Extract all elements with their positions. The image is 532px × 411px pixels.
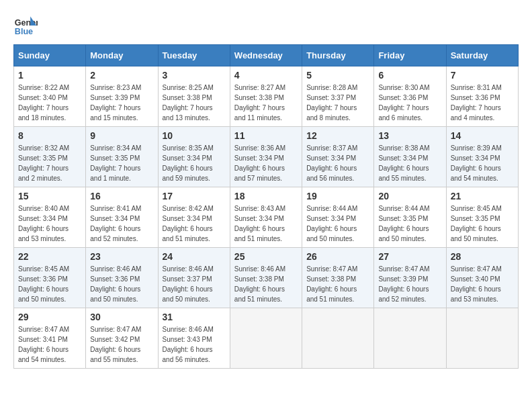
weekday-header: Tuesday <box>158 45 230 66</box>
calendar-cell: 1Sunrise: 8:22 AMSunset: 3:40 PMDaylight… <box>14 66 86 127</box>
day-info: Sunrise: 8:37 AMSunset: 3:34 PMDaylight:… <box>306 143 369 183</box>
day-info: Sunrise: 8:36 AMSunset: 3:34 PMDaylight:… <box>234 143 298 183</box>
day-number: 17 <box>163 191 226 201</box>
day-number: 15 <box>18 191 81 201</box>
day-number: 25 <box>234 251 298 262</box>
logo: General Blue <box>13 13 43 38</box>
calendar-cell: 29Sunrise: 8:47 AMSunset: 3:41 PMDayligh… <box>14 308 86 369</box>
calendar-cell <box>374 308 446 369</box>
day-info: Sunrise: 8:46 AMSunset: 3:37 PMDaylight:… <box>163 264 226 304</box>
calendar-cell: 5Sunrise: 8:28 AMSunset: 3:37 PMDaylight… <box>302 66 374 127</box>
calendar-cell: 30Sunrise: 8:47 AMSunset: 3:42 PMDayligh… <box>86 308 158 369</box>
calendar-cell: 26Sunrise: 8:47 AMSunset: 3:38 PMDayligh… <box>302 248 374 308</box>
day-info: Sunrise: 8:46 AMSunset: 3:43 PMDaylight:… <box>163 324 226 365</box>
calendar-header-row: SundayMondayTuesdayWednesdayThursdayFrid… <box>14 45 519 66</box>
day-info: Sunrise: 8:31 AMSunset: 3:36 PMDaylight:… <box>451 83 514 123</box>
day-info: Sunrise: 8:46 AMSunset: 3:36 PMDaylight:… <box>90 264 153 304</box>
weekday-header: Friday <box>374 45 446 66</box>
day-info: Sunrise: 8:40 AMSunset: 3:34 PMDaylight:… <box>18 203 81 244</box>
calendar-cell: 13Sunrise: 8:38 AMSunset: 3:34 PMDayligh… <box>374 127 446 187</box>
day-info: Sunrise: 8:22 AMSunset: 3:40 PMDaylight:… <box>18 83 81 123</box>
day-number: 19 <box>306 191 369 201</box>
day-info: Sunrise: 8:35 AMSunset: 3:34 PMDaylight:… <box>163 143 226 183</box>
day-number: 11 <box>234 130 298 141</box>
day-info: Sunrise: 8:32 AMSunset: 3:35 PMDaylight:… <box>18 143 81 183</box>
day-number: 1 <box>18 70 81 81</box>
calendar-cell <box>230 308 302 369</box>
calendar-cell: 10Sunrise: 8:35 AMSunset: 3:34 PMDayligh… <box>158 127 230 187</box>
day-number: 26 <box>306 251 369 262</box>
day-info: Sunrise: 8:45 AMSunset: 3:36 PMDaylight:… <box>18 264 81 304</box>
day-number: 7 <box>451 70 514 81</box>
day-info: Sunrise: 8:47 AMSunset: 3:41 PMDaylight:… <box>18 324 81 365</box>
day-info: Sunrise: 8:47 AMSunset: 3:42 PMDaylight:… <box>90 324 153 365</box>
day-number: 28 <box>451 251 514 262</box>
day-number: 12 <box>306 130 369 141</box>
day-info: Sunrise: 8:47 AMSunset: 3:39 PMDaylight:… <box>378 264 441 304</box>
day-number: 2 <box>90 70 153 81</box>
weekday-header: Thursday <box>302 45 374 66</box>
day-info: Sunrise: 8:38 AMSunset: 3:34 PMDaylight:… <box>378 143 441 183</box>
day-number: 16 <box>90 191 153 201</box>
calendar-cell: 27Sunrise: 8:47 AMSunset: 3:39 PMDayligh… <box>374 248 446 308</box>
day-info: Sunrise: 8:46 AMSunset: 3:38 PMDaylight:… <box>234 264 298 304</box>
day-number: 14 <box>451 130 514 141</box>
day-info: Sunrise: 8:28 AMSunset: 3:37 PMDaylight:… <box>306 83 369 123</box>
day-number: 30 <box>90 312 153 322</box>
day-number: 31 <box>163 312 226 322</box>
calendar-cell: 11Sunrise: 8:36 AMSunset: 3:34 PMDayligh… <box>230 127 302 187</box>
calendar-cell: 8Sunrise: 8:32 AMSunset: 3:35 PMDaylight… <box>14 127 86 187</box>
calendar-cell: 28Sunrise: 8:47 AMSunset: 3:40 PMDayligh… <box>446 248 518 308</box>
day-info: Sunrise: 8:34 AMSunset: 3:35 PMDaylight:… <box>90 143 153 183</box>
day-info: Sunrise: 8:39 AMSunset: 3:34 PMDaylight:… <box>451 143 514 183</box>
calendar-cell <box>446 308 518 369</box>
calendar-week-row: 1Sunrise: 8:22 AMSunset: 3:40 PMDaylight… <box>14 66 519 127</box>
calendar-cell: 12Sunrise: 8:37 AMSunset: 3:34 PMDayligh… <box>302 127 374 187</box>
calendar: SundayMondayTuesdayWednesdayThursdayFrid… <box>13 44 519 369</box>
header: General Blue <box>13 13 519 38</box>
calendar-cell: 9Sunrise: 8:34 AMSunset: 3:35 PMDaylight… <box>86 127 158 187</box>
calendar-week-row: 29Sunrise: 8:47 AMSunset: 3:41 PMDayligh… <box>14 308 519 369</box>
day-info: Sunrise: 8:30 AMSunset: 3:36 PMDaylight:… <box>378 83 441 123</box>
calendar-cell: 2Sunrise: 8:23 AMSunset: 3:39 PMDaylight… <box>86 66 158 127</box>
day-number: 29 <box>18 312 81 322</box>
day-number: 4 <box>234 70 298 81</box>
day-info: Sunrise: 8:27 AMSunset: 3:38 PMDaylight:… <box>234 83 298 123</box>
day-number: 23 <box>90 251 153 262</box>
calendar-week-row: 8Sunrise: 8:32 AMSunset: 3:35 PMDaylight… <box>14 127 519 187</box>
weekday-header: Monday <box>86 45 158 66</box>
day-number: 9 <box>90 130 153 141</box>
calendar-cell: 31Sunrise: 8:46 AMSunset: 3:43 PMDayligh… <box>158 308 230 369</box>
day-info: Sunrise: 8:42 AMSunset: 3:34 PMDaylight:… <box>163 203 226 244</box>
calendar-week-row: 22Sunrise: 8:45 AMSunset: 3:36 PMDayligh… <box>14 248 519 308</box>
logo-icon: General Blue <box>13 13 38 38</box>
day-number: 18 <box>234 191 298 201</box>
day-info: Sunrise: 8:47 AMSunset: 3:38 PMDaylight:… <box>306 264 369 304</box>
calendar-cell: 25Sunrise: 8:46 AMSunset: 3:38 PMDayligh… <box>230 248 302 308</box>
day-info: Sunrise: 8:44 AMSunset: 3:34 PMDaylight:… <box>306 203 369 244</box>
calendar-cell: 19Sunrise: 8:44 AMSunset: 3:34 PMDayligh… <box>302 187 374 248</box>
calendar-cell <box>302 308 374 369</box>
day-number: 5 <box>306 70 369 81</box>
day-info: Sunrise: 8:41 AMSunset: 3:34 PMDaylight:… <box>90 203 153 244</box>
day-info: Sunrise: 8:45 AMSunset: 3:35 PMDaylight:… <box>451 203 514 244</box>
weekday-header: Wednesday <box>230 45 302 66</box>
calendar-cell: 6Sunrise: 8:30 AMSunset: 3:36 PMDaylight… <box>374 66 446 127</box>
day-number: 27 <box>378 251 441 262</box>
day-info: Sunrise: 8:44 AMSunset: 3:35 PMDaylight:… <box>378 203 441 244</box>
svg-text:Blue: Blue <box>15 27 33 36</box>
calendar-cell: 15Sunrise: 8:40 AMSunset: 3:34 PMDayligh… <box>14 187 86 248</box>
calendar-cell: 24Sunrise: 8:46 AMSunset: 3:37 PMDayligh… <box>158 248 230 308</box>
day-number: 24 <box>163 251 226 262</box>
day-number: 22 <box>18 251 81 262</box>
day-number: 20 <box>378 191 441 201</box>
day-number: 21 <box>451 191 514 201</box>
calendar-cell: 18Sunrise: 8:43 AMSunset: 3:34 PMDayligh… <box>230 187 302 248</box>
day-info: Sunrise: 8:43 AMSunset: 3:34 PMDaylight:… <box>234 203 298 244</box>
weekday-header: Saturday <box>446 45 518 66</box>
calendar-cell: 22Sunrise: 8:45 AMSunset: 3:36 PMDayligh… <box>14 248 86 308</box>
day-info: Sunrise: 8:47 AMSunset: 3:40 PMDaylight:… <box>451 264 514 304</box>
day-number: 13 <box>378 130 441 141</box>
calendar-cell: 4Sunrise: 8:27 AMSunset: 3:38 PMDaylight… <box>230 66 302 127</box>
calendar-week-row: 15Sunrise: 8:40 AMSunset: 3:34 PMDayligh… <box>14 187 519 248</box>
